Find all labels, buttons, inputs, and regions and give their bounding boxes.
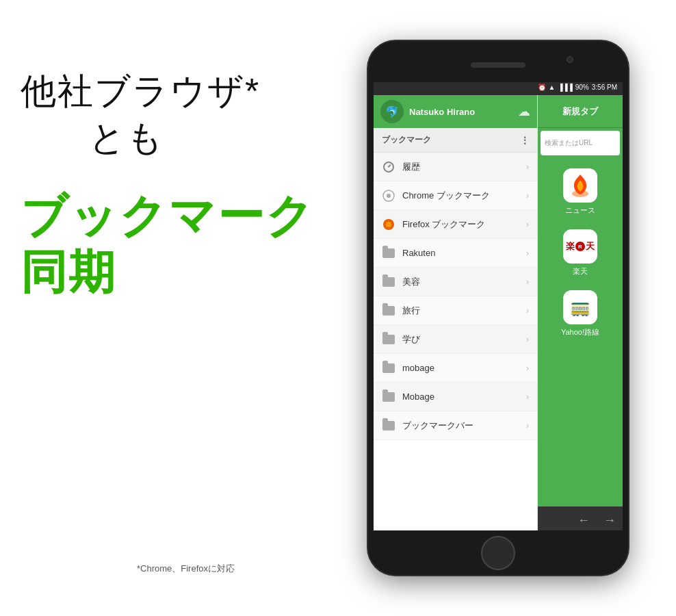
forward-button[interactable]: → [603,513,616,528]
speaker [471,62,525,68]
folder-icon [382,419,395,433]
folder-icon [382,361,395,375]
news-icon [563,168,597,203]
back-button[interactable]: ← [577,513,590,528]
item-label: mobage [402,363,519,373]
item-label: Mobage [402,392,519,402]
quick-item-label: 楽天 [573,266,588,277]
chevron-right-icon: › [526,392,529,402]
headline-black: 他社ブラウザ* とも [21,68,322,161]
chevron-right-icon: › [526,277,529,287]
footnote: *Chrome、Firefoxに対応 [137,563,235,575]
list-item[interactable]: mobage › [374,354,537,383]
quick-item-label: Yahoo!路線 [561,327,599,337]
status-icons: ⏰ ▲ ▐▐▐ 90% 3:56 PM [538,84,617,91]
right-panel: 新規タブ 検索またはURL [538,95,623,534]
bottom-bezel [368,530,628,575]
chevron-right-icon: › [526,248,529,258]
left-panel: 🐬 Natsuko Hirano ☁ ブックマーク ⋮ [374,95,538,534]
alarm-icon: ⏰ [538,84,546,91]
item-label: 美容 [402,276,519,288]
new-tab-button[interactable]: 新規タブ [538,95,623,128]
section-header: ブックマーク ⋮ [374,128,537,153]
item-label: Firefox ブックマーク [402,218,519,231]
folder-icon [382,333,395,346]
list-item[interactable]: Chrome ブックマーク › [374,181,537,210]
signal-icon: ▐▐▐ [558,84,572,91]
list-item[interactable]: 学び › [374,325,537,354]
svg-point-3 [386,222,391,227]
rakuten-icon: 楽 R 天 [563,229,597,264]
bottom-nav: ← → [538,506,623,534]
folder-icon [382,246,395,260]
item-label: Rakuten [402,248,519,258]
chevron-right-icon: › [526,162,529,172]
chevron-right-icon: › [526,220,529,229]
list-item[interactable]: Mobage › [374,383,537,411]
url-bar[interactable]: 検索またはURL [541,131,620,155]
camera [567,56,573,63]
folder-icon [382,275,395,289]
list-item[interactable]: ブックマークバー › [374,411,537,440]
quick-item-rakuten[interactable]: 楽 R 天 楽天 [563,229,597,277]
dolphin-avatar: 🐬 [380,100,404,123]
cloud-icon: ☁ [518,104,530,119]
chrome-item-icon [382,189,395,203]
list-item[interactable]: 美容 › [374,268,537,296]
list-item[interactable]: 履歴 › [374,153,537,181]
list-item[interactable]: Rakuten › [374,239,537,268]
left-content: 他社ブラウザ* とも ブックマーク 同期 [21,68,322,300]
item-label: ブックマークバー [402,420,519,432]
url-placeholder: 検索またはURL [545,138,593,148]
item-label: Chrome ブックマーク [402,190,519,202]
user-name: Natsuko Hirano [409,107,512,117]
chevron-right-icon: › [526,421,529,431]
new-tab-label: 新規タブ [562,105,598,118]
bookmark-list: 履歴 › Chrome ブックマーク [374,153,537,534]
folder-icon [382,304,395,318]
list-item[interactable]: 旅行 › [374,296,537,325]
app-screen: 🐬 Natsuko Hirano ☁ ブックマーク ⋮ [374,95,623,534]
screen: ⏰ ▲ ▐▐▐ 90% 3:56 PM 🐬 Natsuko Hirano ☁ [374,79,623,534]
phone: SAMSUNG ⏰ ▲ ▐▐▐ 90% 3:56 PM [368,41,628,575]
time-label: 3:56 PM [592,84,617,91]
chevron-right-icon: › [526,335,529,344]
more-icon[interactable]: ⋮ [521,136,529,145]
list-item[interactable]: Firefox ブックマーク › [374,210,537,239]
user-header: 🐬 Natsuko Hirano ☁ [374,95,537,128]
firefox-item-icon [382,218,395,231]
battery-label: 90% [575,84,589,91]
item-label: 学び [402,333,519,346]
quick-item-label: ニュース [565,205,595,216]
item-label: 旅行 [402,305,519,317]
top-bezel [368,41,628,82]
home-button[interactable] [481,536,515,570]
chevron-right-icon: › [526,306,529,316]
chevron-right-icon: › [526,191,529,201]
train-icon: 🚃 [563,290,597,324]
folder-icon [382,390,395,404]
svg-point-1 [387,194,391,198]
item-label: 履歴 [402,161,519,173]
chevron-right-icon: › [526,363,529,373]
headline-green: ブックマーク 同期 [21,188,322,300]
quick-item-news[interactable]: ニュース [563,168,597,216]
phone-wrapper: SAMSUNG ⏰ ▲ ▐▐▐ 90% 3:56 PM [320,0,676,616]
clock-item-icon [382,160,395,174]
quick-access: ニュース 楽 R 天 楽天 [538,158,623,506]
quick-item-yahoo-train[interactable]: 🚃 Yahoo!路線 [561,290,599,337]
wifi-icon: ▲ [549,84,556,91]
